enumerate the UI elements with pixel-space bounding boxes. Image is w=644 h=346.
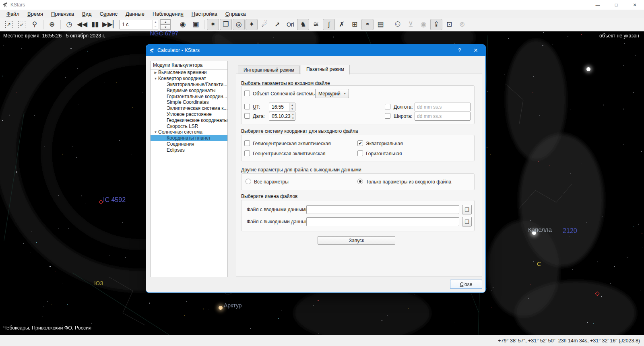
show-equatorial-grid-icon[interactable]: ⊞ — [349, 19, 361, 30]
coord-checkbox-0[interactable] — [244, 140, 250, 146]
tab-batch-mode[interactable]: Пакетный режим — [301, 65, 350, 74]
tab-interactive-mode[interactable]: Интерактивный режим — [238, 66, 300, 74]
branch-closed-icon[interactable]: ▶ — [153, 71, 158, 74]
sky-label-с: С — [537, 261, 541, 267]
minimize-button[interactable]: — — [588, 0, 607, 10]
tree-item-simple-coordinates[interactable]: Simple Coordinates — [151, 99, 227, 105]
timestep-input[interactable]: 1 с+− — [120, 20, 158, 29]
tree-item-горизонтальные-координ-[interactable]: Горизонтальные координ... — [151, 93, 227, 99]
ut-spinbox[interactable]: 16:55 ▴▾ — [269, 103, 295, 111]
menu-help[interactable]: Справка — [221, 10, 250, 17]
menu-observation[interactable]: Наблюдения — [149, 10, 188, 17]
time-rewind-icon[interactable]: ◀◀ — [76, 19, 88, 30]
tree-item-вычисление-времени[interactable]: ▶Вычисление времени — [151, 70, 227, 76]
coord-checkbox-3[interactable] — [357, 150, 363, 156]
coord-checkbox-label: Гелиоцентрическая эклиптическая — [253, 141, 331, 146]
time-clock-icon[interactable]: ◷ — [63, 19, 75, 30]
sky-image-icon[interactable]: ▣ — [190, 19, 202, 30]
show-constellation-boundaries-icon[interactable]: ✗ — [336, 19, 348, 30]
ut-checkbox[interactable] — [244, 104, 250, 109]
menu-file[interactable]: Файл — [2, 10, 23, 17]
longitude-checkbox[interactable] — [385, 104, 390, 109]
timestep-minus[interactable]: − — [153, 25, 158, 29]
solar-object-checkbox[interactable] — [244, 91, 250, 96]
params-radio-0[interactable] — [246, 179, 251, 184]
geo-location-icon[interactable]: ⊕ — [46, 19, 58, 30]
zoom-out-fit-icon[interactable]: ↗ — [3, 19, 15, 30]
output-file-browse-button[interactable]: ❐ — [462, 217, 472, 227]
date-checkbox[interactable] — [244, 113, 250, 119]
tree-item-угловое-расстояние[interactable]: Угловое расстояние — [151, 111, 227, 117]
tree-item-eclipses[interactable]: Eclipses — [151, 147, 227, 153]
longitude-input[interactable] — [415, 103, 471, 111]
coord-checkbox-1[interactable]: ✔ — [357, 140, 363, 146]
tree-item-экваториальные-галакти-[interactable]: Экваториальные/Галакти... — [151, 82, 227, 88]
menu-tools[interactable]: Сервис — [95, 10, 122, 17]
show-constellation-names-icon[interactable]: Ori — [284, 19, 296, 30]
dialog-help-button[interactable]: ? — [452, 45, 468, 56]
tree-item-соединения[interactable]: Соединения — [151, 141, 227, 147]
close-button[interactable]: ✕ — [625, 0, 644, 10]
tree-item-солнечная-система[interactable]: ▼Солнечная система — [151, 129, 227, 135]
coord-checkbox-label: Экваториальная — [366, 141, 403, 146]
input-file-browse-button[interactable]: ❐ — [462, 205, 472, 214]
params-radio-1[interactable] — [357, 179, 363, 184]
mouse-control-icon[interactable]: ⚇ — [392, 19, 404, 30]
date-spinbox[interactable]: 05.10.23 ▴▾ — [269, 112, 295, 121]
timestep-spinner[interactable]: ▲▼ — [160, 19, 171, 30]
date-spin-arrows[interactable]: ▴▾ — [291, 112, 295, 120]
timestep-plus[interactable]: + — [153, 20, 158, 25]
track-object-icon[interactable]: ◉ — [177, 19, 189, 30]
tree-item-геодезические-координаты[interactable]: Геодезические координаты — [151, 117, 227, 123]
show-satellites-icon[interactable]: ➚ — [271, 19, 283, 30]
input-file-field[interactable] — [306, 205, 459, 214]
dialog-titlebar[interactable]: Calculator - KStars ? ✕ — [146, 45, 485, 56]
menu-view[interactable]: Вид — [78, 10, 96, 17]
zoom-in-fit-icon[interactable]: ↙ — [16, 19, 28, 30]
show-deep-sky-icon[interactable]: ❒ — [220, 19, 232, 30]
menu-pointing[interactable]: Привязка — [47, 10, 78, 17]
fov-editor-icon[interactable]: ⊡ — [443, 19, 455, 30]
menu-settings[interactable]: Настройка — [188, 10, 221, 17]
tree-item-координаты-планет[interactable]: Координаты планет — [151, 135, 227, 141]
tree-header: Модули Калькулятора — [151, 61, 227, 70]
coord-checkbox-2[interactable] — [244, 150, 250, 156]
timestep-plus-minus[interactable]: +− — [153, 20, 158, 29]
timestep-up-button[interactable]: ▲ — [160, 19, 171, 25]
branch-open-icon[interactable]: ▼ — [153, 77, 158, 80]
show-milky-way-icon[interactable]: ∫ — [323, 19, 335, 30]
tree-item-скорость-lsr[interactable]: Скорость LSR — [151, 123, 227, 129]
ut-spin-arrows[interactable]: ▴▾ — [289, 103, 295, 111]
latitude-input[interactable] — [415, 112, 471, 121]
latitude-checkbox[interactable] — [385, 113, 390, 119]
branch-open-icon[interactable]: ▼ — [153, 130, 158, 134]
tree-item-эклиптическая-система-к-[interactable]: Эклиптическая система к... — [151, 105, 227, 111]
dialog-close-pushbutton[interactable]: Close — [450, 280, 482, 289]
menu-time[interactable]: Время — [23, 10, 47, 17]
longitude-label: Долгота: — [394, 104, 413, 110]
main-toolbar: ↗↙⚲⊕◷◀◀▮▮▶▶▏1 с+−▲▼◉▣✶❒◎✦☄➚Ori♞≋∫✗⊞◓▤⚇⊻◉… — [0, 18, 644, 31]
sky-label-ic-4592: IC 4592 — [103, 196, 126, 204]
run-button[interactable]: Запуск — [318, 236, 395, 245]
show-constellation-lines-icon[interactable]: ≋ — [310, 19, 322, 30]
show-horizon-icon[interactable]: ◓ — [361, 19, 374, 30]
show-comets-icon[interactable]: ☄ — [258, 19, 270, 30]
menu-data[interactable]: Данные — [122, 10, 149, 17]
time-pause-icon[interactable]: ▮▮ — [89, 19, 101, 30]
whats-interesting-icon[interactable]: ▤ — [374, 19, 386, 30]
solar-object-combo[interactable]: Меркурий ▾ — [315, 89, 349, 98]
tree-item-видимые-координаты[interactable]: Видимые координаты — [151, 87, 227, 93]
output-file-field[interactable] — [306, 217, 459, 226]
timestep-down-button[interactable]: ▼ — [160, 25, 171, 30]
find-object-icon[interactable]: ⚲ — [29, 19, 41, 30]
show-supernovae-icon[interactable]: ✦ — [246, 19, 258, 30]
maximize-button[interactable]: □ — [607, 0, 625, 10]
show-constellation-art-icon[interactable]: ♞ — [297, 19, 309, 30]
dialog-close-button[interactable]: ✕ — [468, 45, 484, 56]
sky-label-2120: 2120 — [563, 227, 577, 235]
show-stars-icon[interactable]: ✶ — [207, 19, 219, 30]
show-solar-system-icon[interactable]: ◎ — [233, 19, 245, 30]
frame-capture-icon[interactable]: ⇪ — [430, 19, 442, 30]
tree-item-конвертор-координат[interactable]: ▼Конвертор координат — [151, 76, 227, 82]
time-forward-icon[interactable]: ▶▶▏ — [102, 19, 118, 30]
